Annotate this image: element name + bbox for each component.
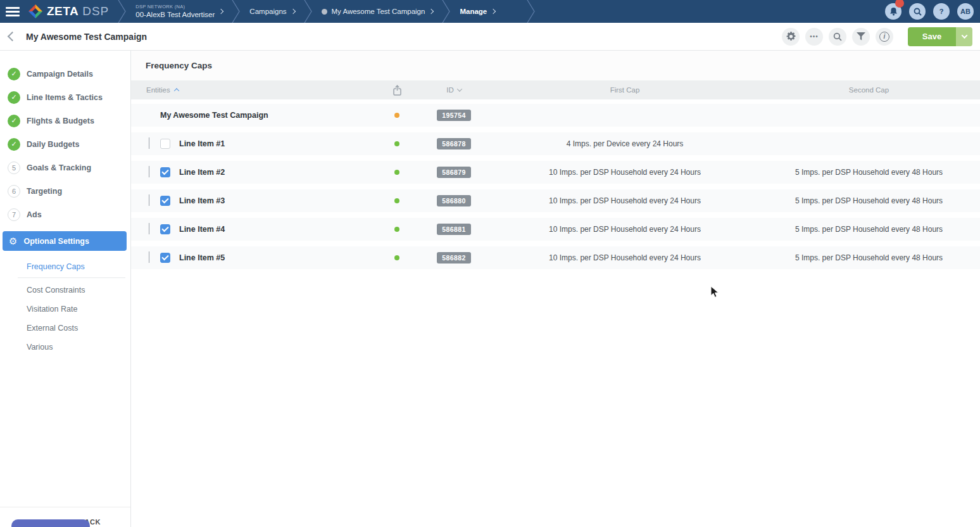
first-cap-value: 4 Imps. per Device every 24 Hours <box>492 139 758 148</box>
table-row: My Awesome Test Campaign195754 <box>131 104 980 127</box>
expand-row-icon[interactable] <box>149 137 149 149</box>
entity-name[interactable]: Line Item #5 <box>179 253 378 262</box>
check-circle-icon: ✓ <box>8 138 20 151</box>
sidebar-step[interactable]: ✓Daily Budgets <box>0 132 130 156</box>
entity-name[interactable]: Line Item #4 <box>179 225 378 234</box>
breadcrumb-divider <box>442 0 451 23</box>
sidebar-item-visitation-rate[interactable]: Visitation Rate <box>0 300 130 319</box>
save-dropdown-button[interactable] <box>956 27 972 46</box>
sidebar-item-optional-settings[interactable]: ⚙ Optional Settings <box>3 231 127 251</box>
ellipsis-icon: ••• <box>810 33 819 40</box>
entity-name[interactable]: My Awesome Test Campaign <box>160 111 378 120</box>
breadcrumb-advertiser[interactable]: DSP NETWORK (NA) 00-AlexB Test Advertise… <box>127 4 232 19</box>
expand-row-icon[interactable] <box>149 194 149 206</box>
sidebar-step[interactable]: ✓Line Items & Tactics <box>0 86 130 109</box>
sidebar-step-label: Campaign Details <box>27 70 93 79</box>
frequency-caps-table: My Awesome Test Campaign195754Line Item … <box>131 99 980 269</box>
sidebar-step[interactable]: ✓Campaign Details <box>0 62 130 86</box>
chevron-right-icon <box>290 9 295 14</box>
notification-badge <box>895 0 904 8</box>
expand-row-icon[interactable] <box>149 251 149 263</box>
brand-name: ZETA <box>47 4 79 18</box>
sidebar-item-various[interactable]: Various <box>0 338 130 357</box>
sidebar-step-label: Line Items & Tactics <box>27 93 103 102</box>
column-share[interactable] <box>378 85 416 96</box>
entity-name[interactable]: Line Item #2 <box>179 168 378 177</box>
more-options-button[interactable]: ••• <box>805 28 823 46</box>
bell-icon <box>889 7 898 16</box>
entity-name[interactable]: Line Item #3 <box>179 196 378 205</box>
column-id[interactable]: ID <box>416 86 492 94</box>
row-checkbox[interactable] <box>160 167 170 177</box>
sidebar-step-label: Goals & Tracking <box>27 163 91 172</box>
status-dot <box>394 198 399 203</box>
expand-row-icon[interactable] <box>149 166 149 177</box>
row-checkbox[interactable] <box>160 224 170 234</box>
toolbar-actions: ••• i Save <box>782 27 972 46</box>
gear-icon: ⚙ <box>9 236 17 246</box>
sidebar-item-frequency-caps[interactable]: Frequency Caps <box>0 257 130 276</box>
row-checkbox[interactable] <box>160 139 170 149</box>
step-number-badge: 7 <box>8 208 20 221</box>
avatar[interactable]: AB <box>957 3 974 20</box>
step-number-badge: 5 <box>8 162 20 174</box>
row-checkbox[interactable] <box>160 253 170 263</box>
breadcrumb-campaigns[interactable]: Campaigns <box>241 8 303 15</box>
steps-list: ✓Campaign Details✓Line Items & Tactics✓F… <box>0 51 130 226</box>
status-dot <box>322 9 327 15</box>
search-button[interactable] <box>909 3 926 20</box>
chevron-right-icon <box>429 9 434 14</box>
sidebar-item-external-costs[interactable]: External Costs <box>0 319 130 338</box>
second-cap-value: 5 Imps. per DSP Household every 48 Hours <box>758 253 980 262</box>
frequency-caps-panel: Frequency Caps Entities ID First Cap <box>131 51 980 527</box>
sidebar-step[interactable]: 6Targeting <box>0 179 130 203</box>
help-footer: HELP & FEEDBACK <box>0 507 130 527</box>
entities-header-label: Entities <box>146 86 170 94</box>
help-button[interactable]: ? <box>933 3 950 20</box>
sort-ascending-icon <box>173 88 179 93</box>
chevron-down-icon <box>457 86 462 91</box>
chevron-right-icon <box>491 9 496 14</box>
sidebar-step[interactable]: 7Ads <box>0 203 130 226</box>
second-cap-value: 5 Imps. per DSP Household every 48 Hours <box>758 196 980 205</box>
table-row: Line Item #358688010 Imps. per DSP House… <box>131 189 980 212</box>
info-button[interactable]: i <box>876 28 893 46</box>
status-dot <box>394 227 399 232</box>
sidebar-step[interactable]: ✓Flights & Budgets <box>0 109 130 132</box>
campaign-label: My Awesome Test Campaign <box>332 8 425 15</box>
settings-button[interactable] <box>782 28 800 46</box>
breadcrumb-campaign[interactable]: My Awesome Test Campaign <box>313 8 443 15</box>
expand-row-icon[interactable] <box>149 223 149 234</box>
network-label: DSP NETWORK (NA) <box>135 4 215 10</box>
search-table-button[interactable] <box>829 28 846 46</box>
column-entities[interactable]: Entities <box>146 86 378 94</box>
filter-button[interactable] <box>852 28 870 46</box>
first-cap-header-label: First Cap <box>610 86 640 94</box>
zeta-diamond-icon <box>28 4 43 19</box>
campaign-toolbar: My Awesome Test Campaign ••• i Save <box>0 23 980 51</box>
id-badge: 586879 <box>437 167 470 178</box>
chat-widget-button[interactable] <box>11 519 90 527</box>
back-button[interactable] <box>8 32 18 42</box>
brand-logo[interactable]: ZETA DSP <box>25 4 118 19</box>
page-title: My Awesome Test Campaign <box>26 32 147 42</box>
breadcrumb-manage[interactable]: Manage <box>451 8 504 15</box>
top-navigation-bar: ZETA DSP DSP NETWORK (NA) 00-AlexB Test … <box>0 0 980 23</box>
search-icon <box>833 32 842 41</box>
table-row: Line Item #15868784 Imps. per Device eve… <box>131 132 980 155</box>
first-cap-value: 10 Imps. per DSP Household every 24 Hour… <box>492 196 758 205</box>
hamburger-menu-icon[interactable] <box>0 0 25 23</box>
status-dot <box>394 255 399 260</box>
sidebar-step[interactable]: 5Goals & Tracking <box>0 156 130 179</box>
sidebar-item-cost-constraints[interactable]: Cost Constraints <box>0 281 130 300</box>
notifications-button[interactable] <box>885 3 901 20</box>
campaign-steps-sidebar: ✓Campaign Details✓Line Items & Tactics✓F… <box>0 51 131 527</box>
column-first-cap: First Cap <box>492 86 758 94</box>
avatar-initials: AB <box>960 8 971 15</box>
save-button[interactable]: Save <box>908 27 956 46</box>
check-circle-icon: ✓ <box>8 115 20 127</box>
entity-name[interactable]: Line Item #1 <box>179 139 378 148</box>
sidebar-step-label: Flights & Budgets <box>27 117 94 125</box>
row-checkbox[interactable] <box>160 196 170 206</box>
optional-settings-subnav: Frequency Caps Cost Constraints Visitati… <box>0 251 130 357</box>
